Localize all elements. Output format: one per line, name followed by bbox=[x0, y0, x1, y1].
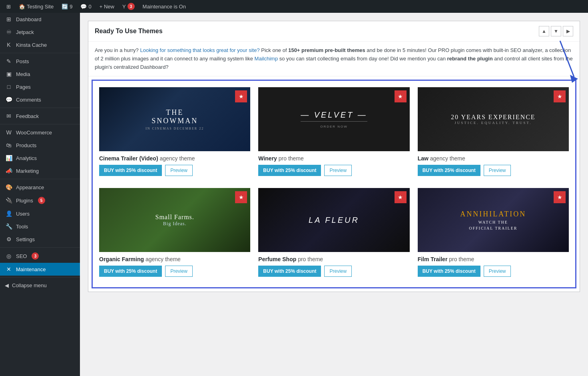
sidebar-label-pages: Pages bbox=[16, 84, 31, 90]
sidebar-item-kinsta[interactable]: K Kinsta Cache bbox=[0, 38, 80, 51]
yoast[interactable]: Y 3 bbox=[119, 0, 138, 13]
settings-icon: ⚙ bbox=[5, 236, 13, 242]
sidebar-separator-2 bbox=[0, 108, 80, 108]
site-name[interactable]: 🏠 Testing Site bbox=[16, 0, 57, 13]
farm-title-2: Big Ideas. bbox=[163, 221, 187, 227]
cinema-title-line1: THE bbox=[166, 108, 183, 117]
preview-button-winery[interactable]: Preview bbox=[324, 165, 352, 176]
theme-name-cinema: Cinema Trailer (Video) agency theme bbox=[99, 155, 250, 162]
sidebar-item-feedback[interactable]: ✉ Feedback bbox=[0, 110, 80, 122]
theme-actions-perfume: BUY with 25% discount Preview bbox=[258, 266, 409, 277]
widget-collapse-up[interactable]: ▲ bbox=[539, 26, 549, 36]
maintenance-status: Maintenance is On bbox=[143, 4, 186, 10]
mailchimp-link[interactable]: Mailchimp bbox=[255, 56, 278, 62]
sidebar-item-media[interactable]: ▣ Media bbox=[0, 68, 80, 80]
theme-thumbnail-farming: ★ Small Farms. Big Ideas. bbox=[99, 188, 250, 252]
analytics-icon: 📊 bbox=[5, 155, 13, 161]
sidebar-label-feedback: Feedback bbox=[16, 113, 39, 119]
winery-sub: ORDER NOW bbox=[320, 125, 348, 128]
star-badge-perfume: ★ bbox=[395, 191, 407, 203]
posts-icon: ✎ bbox=[5, 58, 13, 64]
sidebar-item-maintenance[interactable]: ✕ Maintenance bbox=[0, 263, 80, 276]
sidebar-item-products[interactable]: 🛍 Products bbox=[0, 139, 80, 152]
pages-icon: □ bbox=[5, 84, 13, 90]
theme-card-film: ★ ANNIHILATION WATCH THE OFFICIAL TRAILE… bbox=[418, 188, 569, 281]
sidebar-label-users: Users bbox=[16, 211, 30, 217]
theme-info-film: Film Trailer pro theme BUY with 25% disc… bbox=[418, 252, 569, 281]
theme-actions-law: BUY with 25% discount Preview bbox=[418, 165, 569, 176]
buy-button-perfume[interactable]: BUY with 25% discount bbox=[258, 266, 321, 277]
media-icon: ▣ bbox=[5, 71, 13, 77]
sidebar-item-settings[interactable]: ⚙ Settings bbox=[0, 233, 80, 246]
widget-close[interactable]: ▶ bbox=[563, 26, 573, 36]
farm-title-1: Small Farms. bbox=[155, 214, 194, 221]
sidebar: ⊞ Dashboard ♾ Jetpack K Kinsta Cache ✎ P… bbox=[0, 13, 80, 376]
new-content[interactable]: + New bbox=[96, 0, 118, 13]
sidebar-label-appearance: Appearance bbox=[16, 184, 44, 190]
sidebar-item-pages[interactable]: □ Pages bbox=[0, 80, 80, 93]
widget-description: Are you in a hurry? Looking for somethin… bbox=[88, 42, 580, 76]
themes-link[interactable]: Looking for something that looks great f… bbox=[140, 47, 259, 53]
buy-button-winery[interactable]: BUY with 25% discount bbox=[258, 165, 321, 176]
theme-actions-farming: BUY with 25% discount Preview bbox=[99, 266, 250, 277]
woocommerce-icon: W bbox=[5, 129, 13, 136]
preview-button-farming[interactable]: Preview bbox=[165, 266, 193, 277]
sidebar-label-dashboard: Dashboard bbox=[16, 16, 42, 22]
collapse-menu[interactable]: ◀ Collapse menu bbox=[0, 279, 80, 292]
sidebar-item-woocommerce[interactable]: W WooCommerce bbox=[0, 126, 80, 139]
sidebar-item-analytics[interactable]: 📊 Analytics bbox=[0, 152, 80, 164]
sidebar-item-dashboard[interactable]: ⊞ Dashboard bbox=[0, 13, 80, 26]
themes-widget: Ready To Use Themes ▲ ▼ ▶ Are you in a h… bbox=[88, 21, 580, 292]
sidebar-item-seo[interactable]: ◎ SEO 3 bbox=[0, 249, 80, 263]
themes-grid-wrapper: ★ THE SNOWMAN IN CINEMAS DECEMBER 22 Cin… bbox=[92, 80, 576, 288]
sidebar-item-marketing[interactable]: 📣 Marketing bbox=[0, 164, 80, 177]
sidebar-label-marketing: Marketing bbox=[16, 168, 39, 174]
sidebar-label-products: Products bbox=[16, 142, 36, 148]
cinema-subtitle: IN CINEMAS DECEMBER 22 bbox=[146, 127, 204, 130]
widget-collapse-down[interactable]: ▼ bbox=[551, 26, 561, 36]
feedback-icon: ✉ bbox=[5, 113, 13, 119]
law-sub: JUSTICE. EQUALITY. TRUST. bbox=[454, 121, 532, 125]
sidebar-item-appearance[interactable]: 🎨 Appearance bbox=[0, 181, 80, 194]
buy-button-film[interactable]: BUY with 25% discount bbox=[418, 266, 480, 277]
preview-button-cinema[interactable]: Preview bbox=[165, 165, 193, 176]
wp-logo[interactable]: ⊞ bbox=[3, 0, 14, 13]
tools-icon: 🔧 bbox=[5, 223, 13, 230]
theme-card-farming: ★ Small Farms. Big Ideas. Organic Farmin… bbox=[99, 188, 250, 281]
themes-grid: ★ THE SNOWMAN IN CINEMAS DECEMBER 22 Cin… bbox=[99, 87, 569, 281]
buy-button-cinema[interactable]: BUY with 25% discount bbox=[99, 165, 162, 176]
theme-info-law: Law agency theme BUY with 25% discount P… bbox=[418, 151, 569, 180]
preview-button-film[interactable]: Preview bbox=[484, 266, 511, 277]
cinema-title-line2: SNOWMAN bbox=[151, 117, 198, 125]
sidebar-separator-3 bbox=[0, 124, 80, 124]
collapse-menu-label: Collapse menu bbox=[12, 282, 47, 288]
star-badge-cinema: ★ bbox=[235, 90, 247, 102]
theme-card-perfume: ★ LA FLEUR Perfume Shop pro theme BUY wi… bbox=[258, 188, 409, 281]
theme-name-perfume: Perfume Shop pro theme bbox=[258, 256, 409, 262]
sidebar-item-posts[interactable]: ✎ Posts bbox=[0, 55, 80, 68]
perfume-name: LA FLEUR bbox=[309, 216, 359, 225]
law-years: 20 YEARS EXPERIENCE bbox=[451, 114, 536, 121]
sidebar-separator-6 bbox=[0, 277, 80, 278]
theme-info-winery: Winery pro theme BUY with 25% discount P… bbox=[258, 151, 409, 180]
sidebar-item-jetpack[interactable]: ♾ Jetpack bbox=[0, 26, 80, 38]
sidebar-separator-4 bbox=[0, 179, 80, 179]
sidebar-label-analytics: Analytics bbox=[16, 155, 37, 161]
sidebar-item-tools[interactable]: 🔧 Tools bbox=[0, 220, 80, 233]
comments-link[interactable]: 💬 0 bbox=[77, 0, 94, 13]
products-icon: 🛍 bbox=[5, 142, 13, 148]
theme-thumbnail-winery: ★ — VELVET — ORDER NOW bbox=[258, 87, 409, 151]
theme-info-farming: Organic Farming agency theme BUY with 25… bbox=[99, 252, 250, 281]
sidebar-item-users[interactable]: 👤 Users bbox=[0, 207, 80, 220]
preview-button-law[interactable]: Preview bbox=[484, 165, 511, 176]
sidebar-item-plugins[interactable]: 🔌 Plugins 5 bbox=[0, 194, 80, 207]
sidebar-item-comments[interactable]: 💬 Comments bbox=[0, 93, 80, 106]
updates[interactable]: 🔄 9 bbox=[58, 0, 76, 13]
preview-button-perfume[interactable]: Preview bbox=[324, 266, 352, 277]
sidebar-label-kinsta: Kinsta Cache bbox=[16, 42, 47, 48]
film-title-2: WATCH THE bbox=[478, 220, 508, 224]
buy-button-farming[interactable]: BUY with 25% discount bbox=[99, 266, 162, 277]
theme-actions-cinema: BUY with 25% discount Preview bbox=[99, 165, 250, 176]
buy-button-law[interactable]: BUY with 25% discount bbox=[418, 165, 480, 176]
theme-card-law: ★ 20 YEARS EXPERIENCE JUSTICE. EQUALITY.… bbox=[418, 87, 569, 180]
